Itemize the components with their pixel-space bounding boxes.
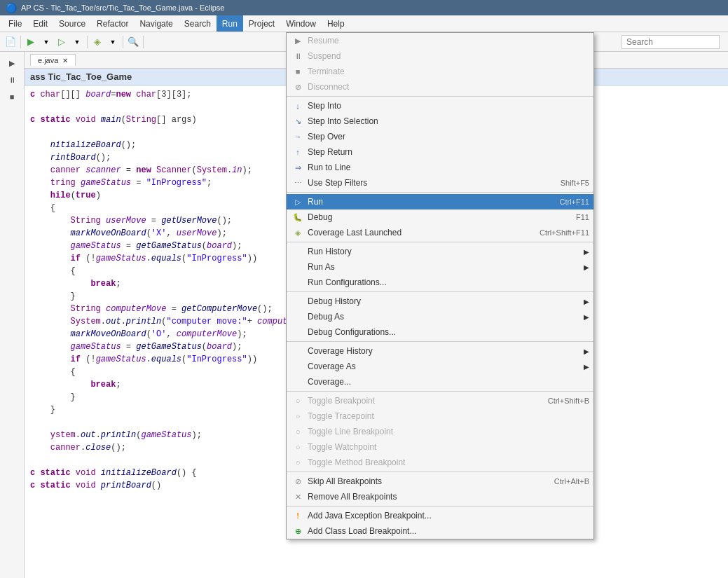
- disconnect-label: Disconnect: [308, 82, 589, 92]
- menu-source[interactable]: Source: [53, 15, 91, 32]
- menu-item-step-into[interactable]: ↓ Step Into: [287, 98, 593, 113]
- debug-as-label: Debug As: [308, 312, 578, 322]
- tab-close-icon[interactable]: ✕: [62, 57, 68, 64]
- menu-item-run-as[interactable]: Run As ▶: [287, 259, 593, 275]
- menu-item-step-into-selection[interactable]: ↘ Step Into Selection: [287, 113, 593, 129]
- toolbar-separator-3: [123, 36, 123, 48]
- toggle-watchpoint-label: Toggle Watchpoint: [308, 442, 589, 452]
- run-history-arrow: ▶: [584, 248, 589, 256]
- run-label: Run: [308, 197, 549, 207]
- coverage-label: Coverage...: [308, 377, 589, 387]
- menu-item-terminate[interactable]: ■ Terminate: [287, 64, 593, 79]
- separator-6: [287, 391, 593, 392]
- menu-item-add-java-exception[interactable]: ! Add Java Exception Breakpoint...: [287, 508, 593, 523]
- toolbar-coverage[interactable]: ◈: [90, 34, 105, 50]
- search-input[interactable]: [621, 35, 720, 49]
- run-icon: ▷: [291, 198, 305, 207]
- menu-item-use-step-filters[interactable]: ⋯ Use Step Filters Shift+F5: [287, 175, 593, 191]
- toolbar-debug-run[interactable]: ▶: [23, 34, 39, 50]
- suspend-label: Suspend: [308, 51, 589, 61]
- menu-search[interactable]: Search: [179, 15, 217, 32]
- debug-configurations-label: Debug Configurations...: [308, 327, 589, 337]
- resume-label: Resume: [308, 36, 589, 46]
- add-class-load-label: Add Class Load Breakpoint...: [308, 526, 589, 536]
- toggle-breakpoint-icon: ○: [291, 397, 305, 405]
- run-menu: ▶ Resume ⏸ Suspend ■ Terminate ⊘ Disconn…: [286, 32, 594, 539]
- separator-8: [287, 506, 593, 507]
- toolbar-run[interactable]: ▷: [54, 34, 69, 50]
- toggle-tracepoint-icon: ○: [291, 412, 305, 420]
- coverage-last-shortcut: Ctrl+Shift+F11: [540, 228, 589, 237]
- toolbar-new[interactable]: 📄: [3, 34, 18, 50]
- menu-item-toggle-method-breakpoint[interactable]: ○ Toggle Method Breakpoint: [287, 455, 593, 470]
- menu-item-debug-as[interactable]: Debug As ▶: [287, 309, 593, 324]
- toggle-line-breakpoint-icon: ○: [291, 427, 305, 436]
- coverage-history-label: Coverage History: [308, 346, 578, 356]
- debug-icon: 🐛: [291, 213, 305, 222]
- menu-edit[interactable]: Edit: [27, 15, 53, 32]
- use-step-filters-shortcut: Shift+F5: [561, 179, 589, 187]
- left-panel-btn-1[interactable]: ▶: [4, 55, 20, 71]
- menu-item-remove-all-breakpoints[interactable]: ✕ Remove All Breakpoints: [287, 489, 593, 504]
- toolbar-separator-2: [87, 36, 88, 48]
- suspend-icon: ⏸: [291, 52, 305, 60]
- menu-item-toggle-breakpoint[interactable]: ○ Toggle Breakpoint Ctrl+Shift+B: [287, 393, 593, 408]
- toolbar-run-dropdown[interactable]: ▼: [69, 34, 85, 50]
- class-header-text: ass Tic_Tac_Toe_Game: [30, 71, 132, 82]
- menu-file[interactable]: File: [3, 15, 27, 32]
- menu-item-coverage-as[interactable]: Coverage As ▶: [287, 359, 593, 374]
- menu-item-toggle-tracepoint[interactable]: ○ Toggle Tracepoint: [287, 408, 593, 424]
- menu-project[interactable]: Project: [243, 15, 280, 32]
- run-shortcut: Ctrl+F11: [560, 198, 590, 206]
- menu-item-toggle-line-breakpoint[interactable]: ○ Toggle Line Breakpoint: [287, 424, 593, 439]
- add-java-exception-label: Add Java Exception Breakpoint...: [308, 511, 589, 521]
- menu-item-add-class-load[interactable]: ⊕ Add Class Load Breakpoint...: [287, 523, 593, 539]
- left-panel-btn-3[interactable]: ■: [4, 89, 20, 104]
- menu-window[interactable]: Window: [280, 15, 322, 32]
- run-configurations-label: Run Configurations...: [308, 277, 589, 287]
- menu-run[interactable]: Run: [217, 15, 243, 32]
- menu-item-resume[interactable]: ▶ Resume: [287, 33, 593, 48]
- menu-item-run[interactable]: ▷ Run Ctrl+F11: [287, 194, 593, 209]
- coverage-as-arrow: ▶: [584, 363, 589, 371]
- menu-item-run-to-line[interactable]: ⇒ Run to Line: [287, 160, 593, 175]
- remove-all-breakpoints-label: Remove All Breakpoints: [308, 492, 589, 502]
- menu-item-disconnect[interactable]: ⊘ Disconnect: [287, 79, 593, 95]
- menu-item-run-history[interactable]: Run History ▶: [287, 244, 593, 259]
- menu-item-skip-all-breakpoints[interactable]: ⊘ Skip All Breakpoints Ctrl+Alt+B: [287, 474, 593, 489]
- menu-item-debug-history[interactable]: Debug History ▶: [287, 294, 593, 309]
- separator-7: [287, 472, 593, 472]
- toolbar-coverage-dropdown[interactable]: ▼: [105, 34, 121, 50]
- menu-item-run-configurations[interactable]: Run Configurations...: [287, 275, 593, 290]
- step-return-icon: ↑: [291, 148, 305, 156]
- menu-navigate[interactable]: Navigate: [134, 15, 178, 32]
- menu-item-coverage-last[interactable]: ◈ Coverage Last Launched Ctrl+Shift+F11: [287, 225, 593, 240]
- toolbar-dropdown[interactable]: ▼: [39, 34, 54, 50]
- menu-item-step-return[interactable]: ↑ Step Return: [287, 144, 593, 160]
- menu-refactor[interactable]: Refactor: [91, 15, 134, 32]
- editor-tab[interactable]: e.java ✕: [30, 54, 76, 66]
- toolbar-search[interactable]: 🔍: [125, 34, 141, 50]
- menu-bar: File Edit Source Refactor Navigate Searc…: [0, 15, 728, 32]
- menu-item-coverage-history[interactable]: Coverage History ▶: [287, 343, 593, 359]
- menu-item-coverage[interactable]: Coverage...: [287, 374, 593, 390]
- window-title: AP CS - Tic_Tac_Toe/src/Tic_Tac_Toe_Game…: [21, 4, 224, 12]
- toolbar-separator-4: [143, 36, 144, 48]
- terminate-label: Terminate: [308, 67, 589, 76]
- left-panel-btn-2[interactable]: ⏸: [4, 72, 20, 88]
- title-icon: 🔵: [6, 3, 17, 13]
- menu-item-step-over[interactable]: → Step Over: [287, 129, 593, 144]
- separator-3: [287, 242, 593, 242]
- resume-icon: ▶: [291, 36, 305, 46]
- menu-item-suspend[interactable]: ⏸ Suspend: [287, 48, 593, 64]
- toggle-method-breakpoint-icon: ○: [291, 458, 305, 467]
- skip-all-breakpoints-label: Skip All Breakpoints: [308, 476, 543, 486]
- menu-help[interactable]: Help: [322, 15, 350, 32]
- menu-item-toggle-watchpoint[interactable]: ○ Toggle Watchpoint: [287, 439, 593, 455]
- add-java-exception-icon: !: [291, 511, 305, 520]
- coverage-as-label: Coverage As: [308, 362, 578, 371]
- menu-item-debug-configurations[interactable]: Debug Configurations...: [287, 324, 593, 340]
- menu-item-debug[interactable]: 🐛 Debug F11: [287, 209, 593, 225]
- run-to-line-label: Run to Line: [308, 163, 589, 172]
- tab-label: e.java: [38, 56, 58, 64]
